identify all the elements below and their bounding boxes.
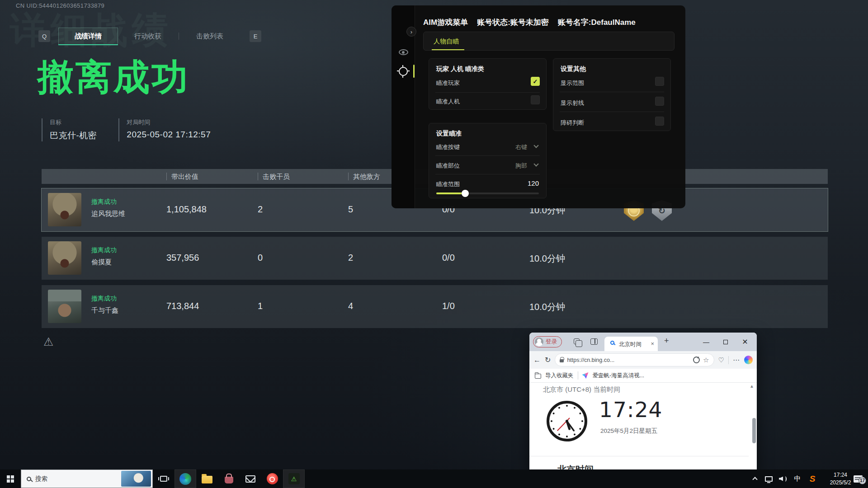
volume-tray-button[interactable] [777, 469, 789, 488]
refresh-button[interactable]: ↻ [545, 356, 551, 364]
warning-icon[interactable]: ⚠ [43, 335, 53, 348]
bookmark-aiyifan[interactable]: 爱壹帆-海量高清视... [593, 372, 645, 380]
taskbar-search-box[interactable]: 搜索 [21, 469, 153, 488]
info-label: 目标 [50, 118, 97, 127]
address-bar[interactable]: https://cn.bing.co... ☆ [555, 353, 714, 366]
table-row[interactable]: 撤离成功 千与千鑫 713,844 1 4 1/0 10.0分钟 [42, 285, 828, 328]
close-button[interactable]: ✕ [736, 333, 754, 351]
favorite-star-icon[interactable]: ☆ [703, 356, 709, 364]
screen: 详细战绩 CN UID:5444012603651733879 Q 战绩详情 行… [0, 0, 868, 488]
ime-mode-button[interactable]: 中 [791, 469, 804, 488]
login-label: 登录 [546, 338, 557, 346]
checkbox-aim-bots[interactable] [531, 95, 540, 104]
other-enemies: 4 [348, 301, 353, 311]
folder-icon [202, 476, 212, 483]
workspaces-icon[interactable] [574, 338, 580, 344]
tab-action-loot[interactable]: 行动收获 [118, 28, 178, 45]
info-label: 对局时间 [127, 118, 211, 127]
checkbox-obstacle-check[interactable] [655, 117, 664, 126]
option-aim-range: 瞄准范围 [436, 180, 460, 188]
aim-menu-title: AIM游戏菜单 [423, 17, 468, 28]
url-text[interactable]: https://cn.bing.co... [567, 357, 690, 363]
store-button[interactable] [218, 469, 240, 488]
aim-key-value[interactable]: 右键 [515, 143, 527, 151]
browser-tab-strip: 登录 北京时间 × + — ✕ [529, 333, 757, 351]
loader-app-button[interactable]: ⚠ [283, 469, 305, 488]
checkbox-show-range[interactable] [655, 77, 664, 86]
browser-tab-active[interactable]: 北京时间 × [604, 337, 658, 351]
option-aim-bone: 瞄准部位 [436, 162, 460, 170]
shopping-bag-icon [225, 477, 233, 483]
chevron-up-icon [752, 477, 757, 482]
file-explorer-button[interactable] [196, 469, 218, 488]
player-uid: CN UID:5444012603651733879 [16, 2, 104, 9]
slider-thumb[interactable] [462, 190, 469, 197]
tab-battle-details[interactable]: 战绩详情 [58, 28, 118, 45]
aim-tab-strip: 人物自瞄 [423, 32, 675, 51]
start-button[interactable] [0, 469, 21, 488]
checkbox-aim-players[interactable]: ✓ [531, 77, 540, 86]
tab-character-aimbot[interactable]: 人物自瞄 [434, 38, 459, 46]
network-tray-button[interactable] [762, 469, 775, 488]
checkbox-show-ray[interactable] [655, 97, 664, 106]
divider [529, 456, 749, 456]
option-show-range: 显示范围 [561, 79, 584, 87]
scroll-up-arrow[interactable]: ▲ [750, 384, 754, 389]
minimize-button[interactable]: — [698, 333, 715, 351]
tab-close-icon[interactable]: × [651, 340, 654, 347]
row-status: 撤离成功 [91, 198, 117, 206]
show-hidden-icons-button[interactable] [749, 469, 761, 488]
import-favorites-icon [535, 374, 541, 379]
option-aim-bots: 瞄准人机 [436, 98, 460, 106]
red-app-icon [267, 473, 278, 484]
maximize-button[interactable] [717, 333, 734, 351]
edge-browser-window: 登录 北京时间 × + — ✕ ← ↻ https://cn.bing.co..… [529, 333, 757, 471]
search-highlight-image[interactable] [121, 471, 151, 487]
mail-button[interactable] [240, 469, 261, 488]
option-obstacle-check: 障碍判断 [561, 119, 584, 127]
timezone-heading: 北京市 (UTC+8) 当前时间 [543, 385, 620, 394]
crosshair-icon[interactable] [399, 67, 408, 76]
settings-more-icon[interactable]: ⋯ [733, 356, 740, 364]
chevron-down-icon[interactable] [533, 161, 538, 166]
row-status: 撤离成功 [91, 246, 117, 254]
browser-essentials-icon[interactable]: ♡ [718, 356, 724, 364]
profile-login-button[interactable]: 登录 [533, 336, 562, 347]
back-button[interactable]: ← [533, 356, 541, 364]
bookmark-favicon [582, 372, 589, 379]
lock-icon [560, 359, 564, 362]
aim-range-slider[interactable] [436, 192, 539, 194]
player-avatar [48, 193, 81, 226]
current-time: 17:24 [599, 397, 662, 422]
player-avatar [48, 290, 81, 323]
kd-ratio: 1/0 [442, 301, 455, 311]
tab-actions-icon[interactable] [590, 338, 598, 345]
new-tab-button[interactable]: + [664, 336, 669, 346]
tab-defeat-list[interactable]: 击败列表 [180, 28, 240, 45]
divider [560, 112, 664, 112]
game-tab-bar: Q 战绩详情 行动收获 击败列表 E [38, 27, 261, 45]
other-enemies: 2 [348, 253, 353, 263]
aim-bone-value[interactable]: 胸部 [515, 162, 527, 170]
collapse-arrow-button[interactable]: › [406, 27, 416, 37]
table-row[interactable]: 撤离成功 偷摸夏 357,956 0 2 0/0 10.0分钟 [42, 237, 828, 280]
scrollbar-thumb[interactable] [752, 418, 756, 443]
browser-toolbar: ← ↻ https://cn.bing.co... ☆ ♡ ⋯ [529, 351, 757, 369]
sogou-input-button[interactable]: S [806, 469, 819, 488]
copilot-icon[interactable] [744, 356, 753, 364]
eye-icon[interactable] [399, 49, 408, 55]
edge-taskbar-button[interactable] [175, 469, 196, 488]
page-refresh-icon[interactable] [693, 357, 700, 363]
section-aim-settings: 设置瞄准 瞄准按键 右键 瞄准部位 胸部 瞄准范围 120 [429, 123, 547, 198]
operators-defeated: 1 [258, 301, 263, 311]
tab-title: 北京时间 [619, 341, 642, 348]
match-duration: 10.0分钟 [529, 253, 565, 265]
red-app-button[interactable] [261, 469, 283, 488]
notification-center-button[interactable]: 17 [849, 469, 867, 488]
aim-menu-panel: › AIM游戏菜单 账号状态:账号未加密 账号名字:DefaulName 人物自… [392, 5, 685, 208]
bookmark-import-favorites[interactable]: 导入收藏夹 [545, 372, 574, 380]
task-view-button[interactable] [153, 469, 175, 488]
chevron-down-icon[interactable] [533, 143, 538, 148]
divider [435, 92, 540, 93]
operators-defeated: 0 [258, 253, 263, 263]
